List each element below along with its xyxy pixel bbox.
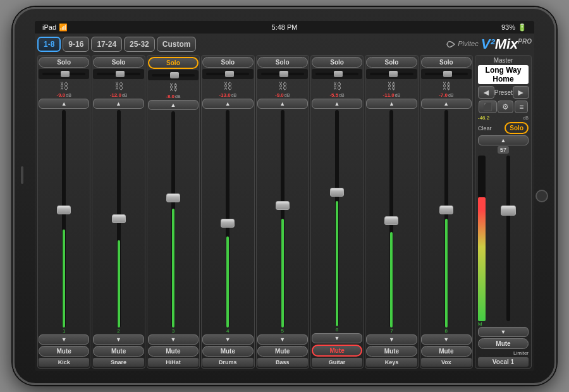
master-db-label: dB <box>523 116 529 120</box>
arrow-down-5[interactable]: ▼ <box>257 334 308 345</box>
fader-thumb-4[interactable] <box>221 219 235 228</box>
link-button-3[interactable]: ⛓ <box>169 82 178 92</box>
channel-num-7: 7 <box>390 328 393 334</box>
status-bar: iPad 📶 5:48 PM 93% 🔋 <box>35 21 534 34</box>
fader-thumb-1[interactable] <box>57 205 71 214</box>
solo-button-8[interactable]: Solo <box>421 57 472 68</box>
db-display-7: -11.0 dB <box>383 92 401 98</box>
fader-thumb-5[interactable] <box>276 201 290 210</box>
status-time: 5:48 PM <box>272 23 298 31</box>
channel-strip-4: Solo ⛓ -13.0 dB ▲ <box>201 55 254 369</box>
tab-custom[interactable]: Custom <box>157 37 197 52</box>
fader-container-4 <box>202 110 253 328</box>
link-button-6[interactable]: ⛓ <box>333 81 341 91</box>
status-right: 93% 🔋 <box>501 23 527 32</box>
mute-button-5[interactable]: Mute <box>257 346 308 357</box>
pan-area-1 <box>39 69 89 79</box>
arrow-down-2[interactable]: ▼ <box>93 334 144 345</box>
master-name: Long Way Home <box>478 65 529 84</box>
screen: iPad 📶 5:48 PM 93% 🔋 1-8 9-16 17-24 25-3… <box>35 21 534 371</box>
menu-button[interactable]: ≡ <box>515 101 528 113</box>
master-channel-label: Vocal 1 <box>478 357 529 367</box>
pan-area-4 <box>202 69 253 79</box>
fader-thumb-7[interactable] <box>384 216 398 225</box>
master-db-value: -46.2 <box>478 115 489 121</box>
preset-next-button[interactable]: ► <box>513 86 529 99</box>
solo-button-5[interactable]: Solo <box>257 57 308 68</box>
arrow-down-1[interactable]: ▼ <box>39 334 89 345</box>
channel-label-5: Bass <box>257 358 308 367</box>
pan-area-5 <box>257 69 308 79</box>
arrow-down-7[interactable]: ▼ <box>366 334 417 345</box>
tab-17-24[interactable]: 17-24 <box>91 37 122 52</box>
fader-thumb-8[interactable] <box>439 205 453 214</box>
arrow-up-7[interactable]: ▲ <box>366 99 417 109</box>
mute-button-4[interactable]: Mute <box>202 346 253 357</box>
arrow-up-1[interactable]: ▲ <box>39 99 89 109</box>
arrow-down-6[interactable]: ▼ <box>312 333 362 343</box>
tab-9-16[interactable]: 9-16 <box>63 37 89 52</box>
home-button[interactable] <box>535 190 548 202</box>
arrow-up-3[interactable]: ▲ <box>148 100 199 110</box>
channel-label-3: HiHat <box>148 358 199 367</box>
master-arrow-up[interactable]: ▲ <box>478 135 529 145</box>
arrow-down-8[interactable]: ▼ <box>421 334 472 345</box>
master-title: Master <box>494 57 513 64</box>
fader-thumb-6[interactable] <box>330 188 344 197</box>
logo-area: Pivitec V²MixPRO <box>446 36 532 52</box>
preset-row: ◄ Preset ► <box>478 86 529 99</box>
tab-1-8[interactable]: 1-8 <box>37 37 61 52</box>
db-value-3: -8.0 <box>166 94 174 99</box>
master-mute-button[interactable]: Mute <box>478 338 529 349</box>
mute-button-8[interactable]: Mute <box>421 346 472 357</box>
solo-button-3[interactable]: Solo <box>148 57 199 69</box>
db-value-5: -9.0 <box>275 92 284 98</box>
link-button-2[interactable]: ⛓ <box>114 81 123 91</box>
settings-button[interactable]: ⚙ <box>498 101 513 113</box>
master-clear-label: Clear <box>478 125 492 132</box>
arrow-up-8[interactable]: ▲ <box>421 99 472 109</box>
solo-button-1[interactable]: Solo <box>39 57 89 68</box>
link-button-8[interactable]: ⛓ <box>442 81 451 91</box>
channel-tabs: 1-8 9-16 17-24 25-32 Custom <box>37 37 196 52</box>
solo-button-2[interactable]: Solo <box>93 57 144 68</box>
channel-strip-5: Solo ⛓ -9.0 dB ▲ <box>256 55 309 369</box>
mute-button-2[interactable]: Mute <box>93 346 144 357</box>
preset-prev-button[interactable]: ◄ <box>478 86 494 99</box>
arrow-up-6[interactable]: ▲ <box>312 99 362 109</box>
master-solo-button[interactable]: Solo <box>505 122 529 134</box>
master-arrow-down[interactable]: ▼ <box>478 327 529 337</box>
link-button-5[interactable]: ⛓ <box>278 81 287 91</box>
pan-area-6 <box>312 69 362 79</box>
solo-button-7[interactable]: Solo <box>366 57 417 68</box>
channel-num-8: 8 <box>445 328 448 334</box>
arrow-up-2[interactable]: ▲ <box>93 99 144 109</box>
tab-25-32[interactable]: 25-32 <box>124 37 155 52</box>
logo-v2mix: V²MixPRO <box>481 36 532 52</box>
solo-button-4[interactable]: Solo <box>202 57 253 68</box>
link-button-4[interactable]: ⛓ <box>223 81 232 91</box>
arrow-down-3[interactable]: ▼ <box>148 334 199 345</box>
side-button[interactable] <box>21 166 23 184</box>
mute-button-1[interactable]: Mute <box>39 346 89 357</box>
link-button-7[interactable]: ⛓ <box>387 81 396 91</box>
mute-button-6[interactable]: Mute <box>312 345 362 357</box>
channel-label-4: Drums <box>202 358 253 367</box>
eq-button[interactable]: ⬛ <box>479 101 497 113</box>
db-value-2: -12.0 <box>110 92 121 98</box>
fader-container-5 <box>257 110 308 328</box>
db-value-7: -11.0 <box>383 92 395 98</box>
arrow-up-4[interactable]: ▲ <box>202 99 253 109</box>
channel-num-5: 5 <box>281 328 283 334</box>
mute-button-3[interactable]: Mute <box>148 346 199 357</box>
arrow-up-5[interactable]: ▲ <box>257 99 308 109</box>
mute-button-7[interactable]: Mute <box>366 346 417 357</box>
master-icons-row: ⬛ ⚙ ≡ <box>478 101 529 113</box>
fader-thumb-2[interactable] <box>112 214 126 223</box>
arrow-down-4[interactable]: ▼ <box>202 334 253 345</box>
master-strip: Master Long Way Home ◄ Preset ► ⬛ ⚙ ≡ -4… <box>475 55 532 369</box>
fader-thumb-3[interactable] <box>166 193 180 202</box>
link-button-1[interactable]: ⛓ <box>59 81 68 91</box>
master-fader-thumb[interactable] <box>501 205 516 216</box>
solo-button-6[interactable]: Solo <box>312 57 362 68</box>
